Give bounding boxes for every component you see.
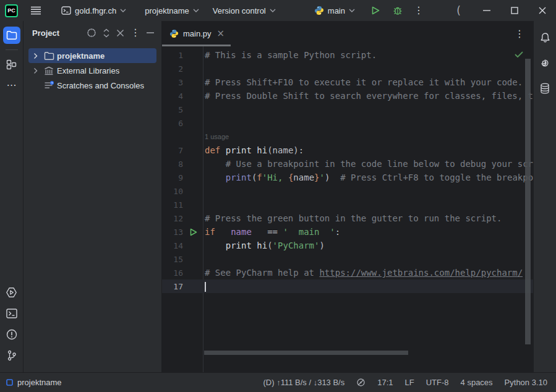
line-number[interactable]: 7 [162, 146, 183, 155]
run-button[interactable] [366, 2, 385, 19]
tree-chevron-icon[interactable] [28, 67, 42, 74]
status-project-widget[interactable]: projektname [6, 378, 62, 387]
run-configuration-selector[interactable]: main [309, 2, 360, 19]
code-editor[interactable]: 1# This is a sample Python script.23# Pr… [162, 46, 533, 372]
services-tool-button[interactable] [3, 284, 20, 301]
code-line-8[interactable]: 8 # Use a breakpoint in the code line be… [162, 157, 533, 171]
line-number[interactable]: 5 [162, 105, 183, 114]
line-number[interactable]: 3 [162, 78, 183, 87]
line-number[interactable]: 6 [162, 119, 183, 128]
highlighting-off-icon[interactable] [356, 378, 366, 387]
code-line-12[interactable]: 12# Press the green button in the gutter… [162, 211, 533, 225]
indent-widget[interactable]: 4 spaces [461, 378, 493, 387]
line-number[interactable]: 12 [162, 214, 183, 223]
code-text: print(f'Hi, {name}') # Press Ctrl+F8 to … [203, 173, 533, 182]
close-button[interactable] [528, 0, 556, 21]
usage-inlay-hint[interactable]: 1 usage [203, 133, 229, 140]
code-line-11[interactable]: 11 [162, 198, 533, 211]
code-line-5[interactable]: 5 [162, 103, 533, 116]
caret-position-widget[interactable]: 17:1 [377, 378, 393, 387]
line-number[interactable]: 8 [162, 160, 183, 169]
line-number[interactable]: 11 [162, 200, 183, 210]
tree-item-projektname[interactable]: projektname [28, 48, 156, 63]
vertical-scrollbar[interactable] [525, 59, 531, 344]
gutter-run-icon[interactable] [183, 228, 203, 236]
locate-file-icon[interactable] [87, 28, 96, 38]
inlay-hint-row[interactable]: 1 usage [162, 130, 533, 143]
more-actions-button[interactable]: ⋮ [409, 2, 429, 19]
editor-options-icon[interactable]: ⋮ [515, 29, 524, 39]
line-number[interactable]: 16 [162, 268, 183, 278]
project-status-icon [6, 379, 13, 386]
line-number[interactable]: 13 [162, 228, 183, 237]
network-speed-widget[interactable]: (D) ↑111 B/s / ↓313 B/s [263, 378, 345, 387]
line-number[interactable]: 14 [162, 241, 183, 250]
collapse-all-icon[interactable] [116, 29, 124, 37]
code-line-15[interactable]: 15 [162, 252, 533, 266]
notifications-tool-button[interactable] [536, 29, 554, 46]
terminal-tool-button[interactable] [3, 305, 20, 322]
version-control-tool-button[interactable] [3, 347, 20, 364]
status-bar: projektname (D) ↑111 B/s / ↓313 B/s17:1L… [0, 372, 556, 392]
tree-chevron-icon[interactable] [28, 53, 42, 59]
pycharm-logo-icon: PC [5, 4, 18, 17]
vcs-widget[interactable]: Version control [208, 3, 281, 19]
tab-label: main.py [183, 29, 212, 38]
hide-panel-icon[interactable] [147, 32, 154, 33]
chevron-down-icon [193, 9, 199, 12]
structure-tool-button[interactable] [3, 56, 20, 73]
customize-appearance-button[interactable]: ( [445, 0, 473, 21]
problems-tool-button[interactable] [3, 326, 20, 343]
project-widget[interactable]: projektname [140, 3, 204, 19]
code-text: if __name__ == '__main__': [203, 227, 340, 237]
code-line-2[interactable]: 2 [162, 62, 533, 75]
database-tool-button[interactable] [536, 80, 554, 97]
line-number[interactable]: 1 [162, 51, 183, 60]
problems-icon [6, 329, 17, 340]
tree-item-external-libraries[interactable]: External Libraries [28, 63, 156, 78]
expand-collapse-icon[interactable] [103, 28, 110, 38]
code-line-6[interactable]: 6 [162, 116, 533, 130]
encoding-widget[interactable]: UTF-8 [426, 378, 449, 387]
remote-terminal-icon [61, 6, 71, 15]
horizontal-scrollbar[interactable] [204, 351, 408, 355]
main-menu-button[interactable] [27, 3, 45, 18]
run-config-label: main [328, 6, 345, 15]
code-line-16[interactable]: 16# See PyCharm help at https://www.jetb… [162, 266, 533, 279]
code-line-4[interactable]: 4# Press Double Shift to search everywhe… [162, 89, 533, 103]
line-number[interactable]: 15 [162, 255, 183, 264]
code-line-7[interactable]: 7def print_hi(name): [162, 143, 533, 157]
tree-item-scratches-and-consoles[interactable]: Scratches and Consoles [28, 78, 156, 93]
chevron-down-icon [270, 9, 276, 12]
code-line-14[interactable]: 14 print_hi('PyCharm') [162, 239, 533, 252]
remote-project-selector[interactable]: gold.fhgr.ch [56, 3, 131, 19]
code-line-10[interactable]: 10 [162, 184, 533, 198]
inspection-ok-icon[interactable] [515, 51, 523, 58]
code-line-13[interactable]: 13if __name__ == '__main__': [162, 225, 533, 239]
run-icon [371, 6, 380, 15]
project-tool-button[interactable] [3, 27, 20, 44]
line-number[interactable]: 10 [162, 187, 183, 196]
panel-options-icon[interactable]: ⋮ [130, 28, 140, 38]
tree-item-label: External Libraries [56, 66, 119, 75]
tab-close-icon[interactable]: × [217, 29, 225, 38]
tab-main-py[interactable]: main.py × [162, 21, 231, 46]
code-line-3[interactable]: 3# Press Shift+F10 to execute it or repl… [162, 75, 533, 89]
code-line-9[interactable]: 9 print(f'Hi, {name}') # Press Ctrl+F8 t… [162, 171, 533, 184]
maximize-button[interactable] [500, 0, 528, 21]
code-line-1[interactable]: 1# This is a sample Python script. [162, 48, 533, 62]
line-ending-widget[interactable]: LF [405, 378, 414, 387]
line-number[interactable]: 4 [162, 92, 183, 101]
ai-assistant-tool-button[interactable] [536, 54, 554, 72]
code-text: # Press the green button in the gutter t… [203, 213, 502, 223]
code-line-17[interactable]: 17 [162, 279, 533, 293]
line-number[interactable]: 17 [162, 282, 183, 291]
more-tool-windows-button[interactable]: ⋯ [3, 77, 20, 94]
minimize-button[interactable] [473, 0, 500, 21]
line-number[interactable]: 2 [162, 64, 183, 74]
debug-button[interactable] [388, 2, 408, 19]
code-text: # Press Double Shift to search everywher… [203, 91, 533, 101]
project-panel-header: Project ⋮ [24, 21, 161, 45]
line-number[interactable]: 9 [162, 173, 183, 182]
python-interpreter-widget[interactable]: Python 3.10 [505, 378, 547, 387]
